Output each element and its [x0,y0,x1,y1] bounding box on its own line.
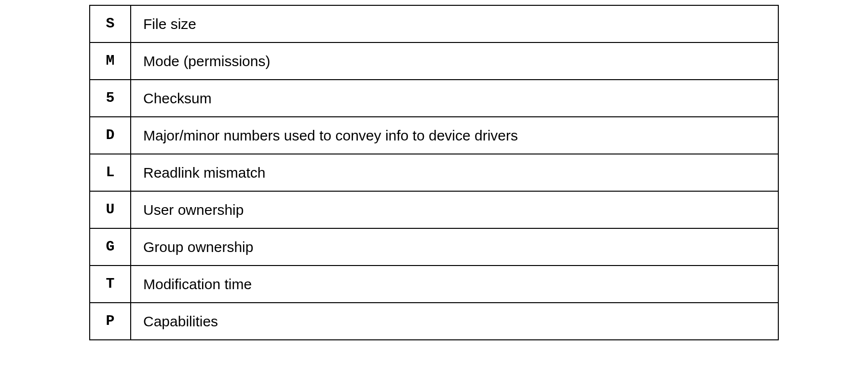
code-cell: G [90,228,131,266]
description-cell: Capabilities [131,303,778,340]
description-cell: Readlink mismatch [131,154,778,191]
code-cell: P [90,303,131,340]
table-row: 5 Checksum [90,80,778,117]
table-row: T Modification time [90,266,778,303]
description-cell: File size [131,5,778,42]
code-cell: 5 [90,80,131,117]
table-row: M Mode (permissions) [90,42,778,80]
code-cell: D [90,117,131,154]
table-row: G Group ownership [90,228,778,266]
description-cell: Checksum [131,80,778,117]
table-row: D Major/minor numbers used to convey inf… [90,117,778,154]
code-cell: T [90,266,131,303]
verification-codes-table: S File size M Mode (permissions) 5 Check… [89,5,779,340]
code-cell: S [90,5,131,42]
table-row: L Readlink mismatch [90,154,778,191]
table-row: U User ownership [90,191,778,228]
description-cell: Group ownership [131,228,778,266]
table-row: S File size [90,5,778,42]
code-cell: L [90,154,131,191]
description-cell: Major/minor numbers used to convey info … [131,117,778,154]
description-cell: Modification time [131,266,778,303]
description-cell: Mode (permissions) [131,42,778,80]
code-cell: M [90,42,131,80]
table-row: P Capabilities [90,303,778,340]
code-cell: U [90,191,131,228]
description-cell: User ownership [131,191,778,228]
